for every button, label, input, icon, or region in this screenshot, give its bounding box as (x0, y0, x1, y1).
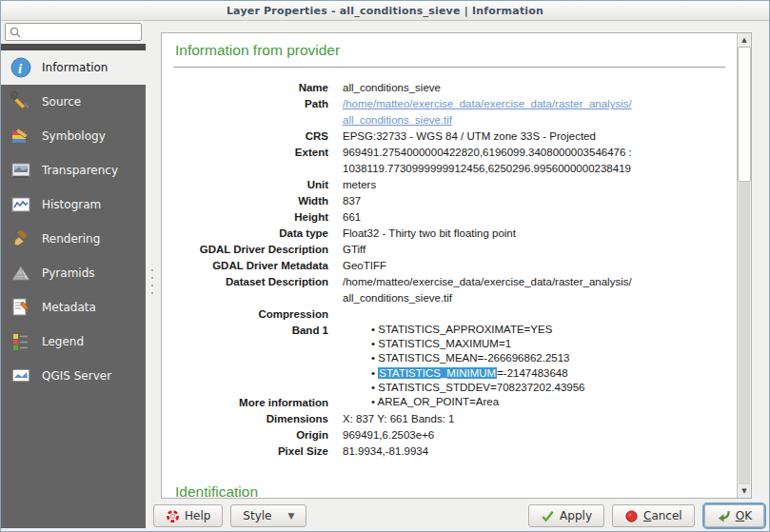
field-label: Band 1 (173, 323, 328, 395)
legend-icon (10, 330, 32, 353)
section-title-provider: Information from provider (175, 42, 725, 59)
cancel-button[interactable]: Cancel (612, 504, 695, 527)
table-row: Compression (173, 306, 725, 323)
apply-button[interactable]: Apply (528, 504, 604, 527)
ok-label: OK (736, 509, 752, 522)
ok-arrow-icon (717, 509, 731, 523)
symbology-icon (10, 125, 32, 148)
sidebar-item-histogram[interactable]: Histogram (1, 187, 146, 222)
table-row: Unit meters (173, 177, 725, 193)
pyramids-icon (10, 262, 32, 285)
chevron-down-icon: ▼ (288, 511, 295, 521)
ok-button[interactable]: OK (704, 504, 764, 527)
field-label: Dimensions (173, 411, 328, 427)
table-row: Dataset Description /home/matteo/exercis… (173, 274, 725, 306)
provider-info-table: Name all_conditions_sieve Path /home/mat… (173, 80, 725, 460)
field-value: 969491.2754000000422820,6196099.34080000… (343, 145, 725, 177)
source-icon (10, 90, 32, 113)
help-button[interactable]: Help (153, 504, 223, 527)
table-row: Path /home/matteo/exercise_data/exercise… (173, 96, 725, 128)
search-input[interactable] (22, 24, 141, 40)
vertical-scrollbar[interactable]: ▲ ▼ (737, 33, 751, 498)
sidebar-item-label: Transparency (42, 164, 118, 177)
selected-text: STATISTICS_MINIMUM (378, 367, 497, 379)
sidebar-item-rendering[interactable]: Rendering (1, 222, 146, 256)
scroll-down-arrow-icon[interactable]: ▼ (738, 484, 751, 498)
field-value: all_conditions_sieve (343, 80, 725, 96)
qgis-server-icon (10, 365, 32, 387)
sidebar-item-information[interactable]: i Information (1, 50, 146, 85)
splitter-handle[interactable] (149, 269, 154, 294)
title-bar[interactable]: Layer Properties - all_conditions_sieve … (1, 1, 769, 21)
sidebar-item-label: Metadata (42, 301, 96, 314)
section-title-identification: Identification (175, 483, 725, 498)
field-label: Height (173, 209, 328, 226)
table-row: Data type Float32 - Thirty two bit float… (173, 226, 725, 242)
table-row: Band 1 STATISTICS_APPROXIMATE=YES STATIS… (173, 323, 725, 395)
path-link[interactable]: /home/matteo/exercise_data/exercise_data… (343, 96, 725, 128)
sidebar-item-label: Symbology (42, 129, 106, 143)
field-value: GTiff (343, 242, 725, 258)
list-item: STATISTICS_APPROXIMATE=YES (371, 323, 725, 337)
field-value (343, 306, 725, 323)
sidebar-search[interactable] (5, 23, 142, 41)
table-row: Pixel Size 81.9934,-81.9934 (173, 443, 725, 460)
field-label: Width (173, 193, 328, 209)
sidebar-item-transparency[interactable]: Transparency (1, 153, 146, 187)
table-row: Width 837 (173, 193, 725, 209)
field-value: 837 (343, 193, 725, 209)
table-row: Height 661 (173, 209, 725, 226)
information-panel: Information from provider Name all_condi… (161, 32, 752, 499)
apply-label: Apply (560, 509, 592, 522)
field-value: 81.9934,-81.9934 (343, 443, 725, 460)
field-label: Origin (173, 427, 328, 443)
help-label: Help (185, 509, 210, 522)
field-value: 661 (343, 209, 725, 226)
table-row: Origin 969491,6.2503e+6 (173, 427, 725, 443)
sidebar-item-qgis-server[interactable]: QGIS Server (1, 359, 146, 393)
window-title: Layer Properties - all_conditions_sieve … (227, 5, 543, 17)
table-row: Extent 969491.2754000000422820,6196099.3… (173, 145, 725, 177)
cancel-stop-icon (624, 509, 639, 523)
style-dropdown-button[interactable]: Style ▼ (230, 504, 306, 527)
field-value: X: 837 Y: 661 Bands: 1 (343, 411, 725, 427)
more-information-list: AREA_OR_POINT=Area (343, 395, 725, 411)
field-value: /home/matteo/exercise_data/exercise_data… (343, 96, 725, 128)
list-item: STATISTICS_MAXIMUM=1 (371, 337, 725, 351)
sidebar-item-legend[interactable]: Legend (1, 325, 146, 359)
scroll-up-arrow-icon[interactable]: ▲ (738, 33, 751, 47)
table-row: GDAL Driver Metadata GeoTIFF (173, 258, 725, 274)
section-divider (173, 67, 725, 68)
sidebar-item-label: QGIS Server (42, 369, 111, 383)
sidebar-item-label: Source (42, 95, 81, 108)
field-label: CRS (173, 128, 328, 145)
band1-statistics-list: STATISTICS_APPROXIMATE=YES STATISTICS_MA… (343, 323, 725, 395)
sidebar-item-label: Rendering (42, 232, 100, 246)
field-value: EPSG:32733 - WGS 84 / UTM zone 33S - Pro… (343, 128, 725, 145)
sidebar-item-source[interactable]: Source (1, 85, 146, 119)
sidebar-item-label: Information (42, 61, 108, 74)
sidebar-item-metadata[interactable]: Metadata (1, 290, 146, 325)
field-label: Name (173, 80, 328, 96)
field-value: 969491,6.2503e+6 (343, 427, 725, 443)
ok-button-focus-ring: OK (702, 502, 766, 529)
sidebar-item-label: Legend (42, 335, 84, 348)
field-value: Float32 - Thirty two bit floating point (343, 226, 725, 242)
scrollbar-track[interactable] (739, 182, 750, 484)
information-content: Information from provider Name all_condi… (162, 33, 737, 498)
field-label: Dataset Description (173, 274, 328, 306)
metadata-icon (10, 296, 32, 319)
sidebar-item-pyramids[interactable]: Pyramids (1, 256, 146, 290)
field-label: Pixel Size (173, 443, 328, 460)
field-label: Unit (173, 177, 328, 193)
field-value: /home/matteo/exercise_data/exercise_data… (343, 274, 725, 306)
table-row: Dimensions X: 837 Y: 661 Bands: 1 (173, 411, 725, 427)
field-label: GDAL Driver Description (173, 242, 328, 258)
field-label: Data type (173, 226, 328, 242)
sidebar-item-symbology[interactable]: Symbology (1, 119, 146, 153)
information-icon: i (10, 56, 32, 79)
scrollbar-thumb[interactable] (738, 47, 751, 182)
help-lifebuoy-icon (166, 509, 180, 523)
histogram-icon (10, 193, 32, 216)
list-item: STATISTICS_MINIMUM=-2147483648 (371, 366, 725, 381)
